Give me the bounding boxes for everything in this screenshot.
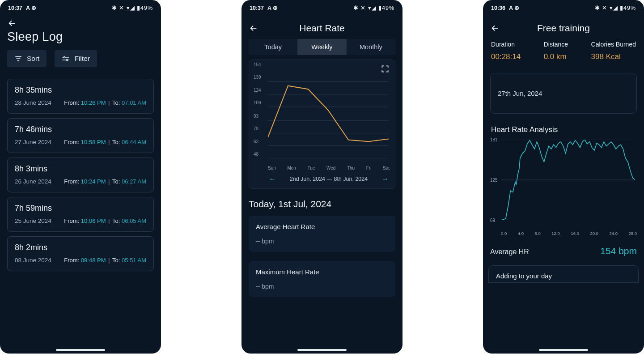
status-right: ✱ ✕ ▾◢ ▮49% <box>595 4 636 11</box>
sleep-entry[interactable]: 8h 35mins 28 June 2024 From: 10:26 PM | … <box>7 79 154 114</box>
sleep-duration: 7h 46mins <box>15 125 52 134</box>
filter-label: Filter <box>74 55 89 63</box>
statusbar: 10:37A ⊕ ✱ ✕ ▾◢ ▮49% <box>0 0 161 14</box>
weekly-hr-chart: SunMonTueWedThuFriSat ← 2nd Jun, 2024 — … <box>249 60 395 189</box>
android-navbar[interactable] <box>56 349 105 351</box>
next-week-icon[interactable]: → <box>381 175 389 183</box>
avg-hr-card[interactable]: Average Heart Rate -- bpm <box>249 216 395 252</box>
status-apps: A ⊕ <box>509 4 519 11</box>
metric-distance: Distance 0.0 km <box>544 41 568 61</box>
app-bar <box>0 14 161 28</box>
clock: 10:36 <box>491 5 505 11</box>
hr-analysis-card: Heart Rate Analysis 18112569 0.04.08.012… <box>490 124 637 236</box>
distance-label: Distance <box>544 41 568 48</box>
avg-hr-row: Average HR 154 bpm <box>483 240 644 260</box>
sleep-duration: 8h 3mins <box>15 164 51 174</box>
avg-hr-value: -- bpm <box>256 238 388 245</box>
max-hr-label: Maximum Heart Rate <box>256 268 388 276</box>
status-apps: A ⊕ <box>267 4 278 11</box>
max-hr-card[interactable]: Maximum Heart Rate -- bpm <box>249 261 395 297</box>
back-icon[interactable] <box>249 23 258 33</box>
session-date: 27th Jun, 2024 <box>498 90 542 97</box>
prev-week-icon[interactable]: ← <box>269 175 276 183</box>
distance-value: 0.0 km <box>544 52 568 61</box>
tab-today[interactable]: Today <box>249 39 297 55</box>
avg-hr-label: Average HR <box>490 248 529 256</box>
sleep-entry[interactable]: 7h 59mins 25 June 2024 From: 10:06 PM | … <box>7 197 154 232</box>
page-title: Sleep Log <box>0 28 161 50</box>
controls-row: Sort Filter <box>0 50 161 74</box>
sleep-entry[interactable]: 8h 2mins 08 June 2024 From: 09:48 PM | T… <box>7 236 154 271</box>
sleep-duration: 8h 2mins <box>15 243 51 252</box>
sleep-date: 26 June 2024 <box>15 178 51 185</box>
tab-weekly[interactable]: Weekly <box>297 39 346 55</box>
svg-point-4 <box>64 57 65 58</box>
today-heading: Today, 1st Jul, 2024 <box>242 194 402 211</box>
sleep-date: 08 June 2024 <box>15 257 51 264</box>
session-date-card[interactable]: 27th Jun, 2024 <box>490 73 637 114</box>
adding-card[interactable]: Adding to your day <box>488 265 639 283</box>
status-right: ✱ ✕ ▾◢ ▮49% <box>112 4 153 11</box>
metric-duration: Duration 00:28:14 <box>491 41 521 61</box>
clock: 10:37 <box>250 5 264 11</box>
sort-label: Sort <box>27 55 39 63</box>
range-tabs: Today Weekly Monthly <box>249 39 395 55</box>
sleep-time-range: From: 09:48 PM | To: 05:51 AM <box>64 257 146 264</box>
calories-value: 398 Kcal <box>591 52 636 61</box>
sleep-time-range: From: 10:06 PM | To: 06:05 AM <box>64 217 146 224</box>
status-right: ✱ ✕ ▾◢ ▮49% <box>353 4 394 11</box>
sort-button[interactable]: Sort <box>7 50 47 67</box>
sleep-duration: 8h 35mins <box>15 85 52 95</box>
sleep-entry[interactable]: 8h 3mins 26 June 2024 From: 10:24 PM | T… <box>7 158 154 192</box>
sort-icon <box>14 55 22 62</box>
back-icon[interactable] <box>490 23 500 33</box>
avg-hr-value: 154 bpm <box>600 246 637 256</box>
metric-calories: Calories Burned 398 Kcal <box>591 41 636 61</box>
statusbar: 10:36A ⊕ ✱ ✕ ▾◢ ▮49% <box>483 0 644 14</box>
clock: 10:37 <box>8 5 22 11</box>
tab-monthly[interactable]: Monthly <box>347 39 395 55</box>
svg-point-6 <box>67 60 68 61</box>
date-range-nav: ← 2nd Jun, 2024 — 8th Jun, 2024 → <box>268 171 390 184</box>
statusbar: 10:37A ⊕ ✱ ✕ ▾◢ ▮49% <box>242 0 402 14</box>
sleep-date: 27 June 2024 <box>15 139 52 145</box>
screen-heart-rate: 10:37A ⊕ ✱ ✕ ▾◢ ▮49% Heart Rate Today We… <box>242 0 402 354</box>
filter-button[interactable]: Filter <box>55 50 97 67</box>
app-bar: Heart Rate <box>242 14 402 37</box>
duration-value: 00:28:14 <box>491 52 521 61</box>
page-title: Free training <box>537 23 590 34</box>
screen-sleep-log: 10:37A ⊕ ✱ ✕ ▾◢ ▮49% Sleep Log Sort Filt… <box>0 0 161 354</box>
sleep-entry[interactable]: 7h 46mins 27 June 2024 From: 10:58 PM | … <box>7 118 154 153</box>
avg-hr-label: Average Heart Rate <box>256 223 388 230</box>
sleep-date: 25 June 2024 <box>15 217 52 224</box>
sleep-time-range: From: 10:58 PM | To: 06:44 AM <box>64 139 146 145</box>
android-navbar[interactable] <box>297 349 347 351</box>
screen-free-training: 10:36A ⊕ ✱ ✕ ▾◢ ▮49% Free training Durat… <box>483 0 644 354</box>
duration-label: Duration <box>491 41 521 48</box>
android-navbar[interactable] <box>539 349 588 351</box>
adding-label: Adding to your day <box>496 272 552 280</box>
summary-metrics: Duration 00:28:14 Distance 0.0 km Calori… <box>483 37 644 68</box>
page-title: Heart Rate <box>299 23 345 34</box>
sleep-duration: 7h 59mins <box>15 204 52 213</box>
calories-label: Calories Burned <box>591 41 636 48</box>
sleep-time-range: From: 10:24 PM | To: 06:27 AM <box>64 178 146 185</box>
sleep-date: 28 June 2024 <box>15 99 52 106</box>
app-bar: Free training <box>483 14 644 37</box>
filter-icon <box>62 55 70 62</box>
back-icon[interactable] <box>7 18 17 28</box>
date-range-label: 2nd Jun, 2024 — 8th Jun, 2024 <box>290 176 368 182</box>
max-hr-value: -- bpm <box>256 283 388 290</box>
status-apps: A ⊕ <box>26 4 36 11</box>
hr-analysis-title: Heart Rate Analysis <box>490 124 637 138</box>
sleep-time-range: From: 10:26 PM | To: 07:01 AM <box>64 99 146 106</box>
